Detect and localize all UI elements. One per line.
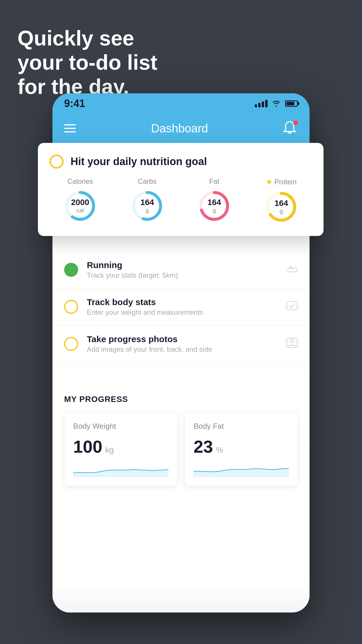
nutrition-carbs: Carbs 164 g [130,177,165,224]
body-weight-unit: kg [105,445,114,455]
todo-title-body-stats: Track body stats [87,297,277,307]
scale-icon [286,300,298,313]
nutrition-calories: Calories 2000 cal [63,177,98,224]
todo-check-body-stats[interactable] [64,300,78,314]
todo-text-photos: Take progress photos Add images of your … [87,334,277,354]
signal-icon [255,100,268,107]
status-time: 9:41 [64,97,85,110]
nutrition-fat: Fat 164 g [197,177,232,224]
todo-text-body-stats: Track body stats Enter your weight and m… [87,297,277,316]
nutrition-grid: Calories 2000 cal Carbs [50,177,312,224]
fat-value-text: 164 g [208,198,221,214]
svg-rect-1 [287,302,297,310]
body-fat-value: 23 [194,437,213,457]
body-weight-label: Body Weight [73,422,168,431]
carbs-donut: 164 g [130,188,165,223]
nutrition-card: Hit your daily nutrition goal Calories 2… [38,143,324,236]
body-fat-unit: % [216,445,223,455]
fat-label: Fat [209,177,219,186]
fat-donut: 164 g [197,188,232,223]
notification-button[interactable] [283,120,298,136]
body-weight-card[interactable]: Body Weight 100 kg [64,413,178,486]
body-weight-value: 100 [73,437,102,457]
todo-subtitle-running: Track your stats (target: 5km) [87,271,277,279]
menu-button[interactable] [64,124,76,132]
battery-icon [285,100,298,107]
body-fat-card[interactable]: Body Fat 23 % [184,413,298,486]
todo-check-photos[interactable] [64,337,78,351]
nav-bar: Dashboard [52,114,310,143]
calories-value-text: 2000 cal [71,198,89,214]
person-icon [286,337,298,350]
star-icon: ★ [266,177,273,186]
nav-title: Dashboard [151,122,208,135]
status-icons [255,100,298,107]
todo-check-running[interactable] [64,263,78,277]
todo-item-body-stats[interactable]: Track body stats Enter your weight and m… [52,288,310,326]
progress-header: MY PROGRESS [64,395,298,404]
todo-item-photos[interactable]: Take progress photos Add images of your … [52,326,310,363]
body-fat-chart [194,463,289,477]
carbs-value-text: 164 g [140,198,154,214]
todo-list: Running Track your stats (target: 5km) T… [52,251,310,363]
protein-label: ★ Protein [266,177,296,186]
svg-point-3 [290,339,294,343]
progress-section: MY PROGRESS Body Weight 100 kg [52,380,310,486]
status-bar: 9:41 [52,93,310,114]
nutrition-card-header: Hit your daily nutrition goal [50,155,312,169]
protein-value-text: 164 g [275,199,288,215]
todo-item-running[interactable]: Running Track your stats (target: 5km) [52,251,310,288]
todo-text-running: Running Track your stats (target: 5km) [87,260,277,279]
todo-title-running: Running [87,260,277,270]
calories-donut: 2000 cal [63,188,98,223]
todo-subtitle-photos: Add images of your front, back, and side [87,345,277,354]
nutrition-protein: ★ Protein 164 g [264,177,299,224]
todo-title-photos: Take progress photos [87,334,277,344]
nutrition-check[interactable] [50,155,64,169]
protein-donut: 164 g [264,189,299,224]
body-fat-value-row: 23 % [194,437,289,457]
body-weight-value-row: 100 kg [73,437,168,457]
progress-cards: Body Weight 100 kg Body Fat [64,413,298,486]
body-fat-label: Body Fat [194,422,289,431]
carbs-label: Carbs [138,177,157,186]
headline: Quickly see your to-do list for the day. [17,26,157,99]
wifi-icon [272,100,281,107]
nutrition-card-title: Hit your daily nutrition goal [71,155,207,168]
body-weight-chart [73,463,168,477]
shoe-icon [286,264,298,275]
calories-label: Calories [67,177,93,186]
todo-subtitle-body-stats: Enter your weight and measurements [87,308,277,316]
notification-dot [293,120,298,125]
